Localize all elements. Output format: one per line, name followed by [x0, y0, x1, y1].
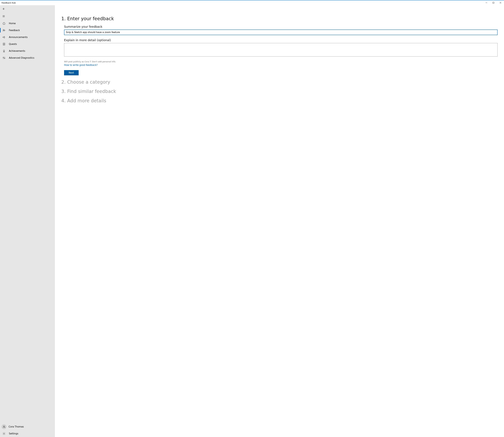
step-2-heading: 2. Choose a category	[61, 79, 498, 85]
help-link[interactable]: How to write good feedback?	[64, 64, 98, 67]
sidebar-item-achievements[interactable]: Achievements	[0, 48, 55, 54]
title-bar: Feedback Hub	[0, 0, 504, 5]
step-4-heading: 4. Add more details	[61, 98, 498, 103]
svg-point-20	[4, 433, 4, 434]
svg-rect-1	[493, 2, 494, 3]
sidebar-item-label: Achievements	[9, 50, 25, 52]
window-title: Feedback Hub	[1, 2, 16, 4]
sidebar-item-label: Home	[9, 22, 16, 25]
home-icon	[2, 22, 6, 25]
svg-point-14	[3, 57, 4, 58]
minimize-button[interactable]	[483, 0, 490, 5]
summary-label: Summarize your feedback	[64, 25, 498, 28]
maximize-button[interactable]	[490, 0, 497, 5]
detail-label: Explain in more detail (optional)	[64, 39, 498, 42]
gear-icon	[2, 432, 6, 435]
sidebar-item-advanced-diagnostics[interactable]: Advanced Diagnostics	[0, 54, 55, 61]
quests-icon	[2, 43, 6, 46]
svg-point-17	[3, 426, 5, 427]
sidebar-item-label: Advanced Diagnostics	[9, 57, 34, 59]
sidebar-item-label: Feedback	[9, 29, 20, 32]
svg-point-16	[4, 58, 5, 59]
sidebar-item-quests[interactable]: Quests	[0, 40, 55, 48]
sidebar-item-label: Announcements	[9, 36, 28, 39]
sidebar-item-settings[interactable]: Settings	[0, 430, 55, 437]
svg-point-12	[3, 50, 5, 51]
detail-textarea[interactable]	[64, 43, 498, 57]
step-1-heading: 1. Enter your feedback	[61, 16, 498, 21]
medal-icon	[2, 50, 6, 52]
svg-point-8	[3, 29, 4, 30]
account-item[interactable]: Cora Thomas	[0, 423, 55, 430]
privacy-note: Will post publicly as Cora T. Don't add …	[64, 60, 498, 63]
close-button[interactable]	[497, 0, 504, 5]
diagnostics-icon	[2, 56, 6, 60]
feedback-icon	[2, 29, 6, 32]
main-content: 1. Enter your feedback Summarize your fe…	[55, 5, 504, 437]
sidebar-item-home[interactable]: Home	[0, 20, 55, 27]
account-name: Cora Thomas	[9, 425, 24, 428]
avatar-icon	[1, 424, 6, 429]
next-button[interactable]: Next	[64, 70, 79, 75]
hamburger-button[interactable]	[0, 12, 7, 20]
step-3-heading: 3. Find similar feedback	[61, 89, 498, 94]
sidebar-item-label: Quests	[9, 43, 17, 45]
window-controls	[483, 0, 504, 5]
sidebar-item-announcements[interactable]: Announcements	[0, 34, 55, 40]
sidebar: Home Feedback Announcements Quests Achie	[0, 5, 55, 437]
settings-label: Settings	[9, 432, 18, 435]
megaphone-icon	[2, 36, 6, 39]
sidebar-item-feedback[interactable]: Feedback	[0, 27, 55, 34]
back-button[interactable]	[0, 5, 7, 12]
summary-input[interactable]	[64, 30, 498, 35]
